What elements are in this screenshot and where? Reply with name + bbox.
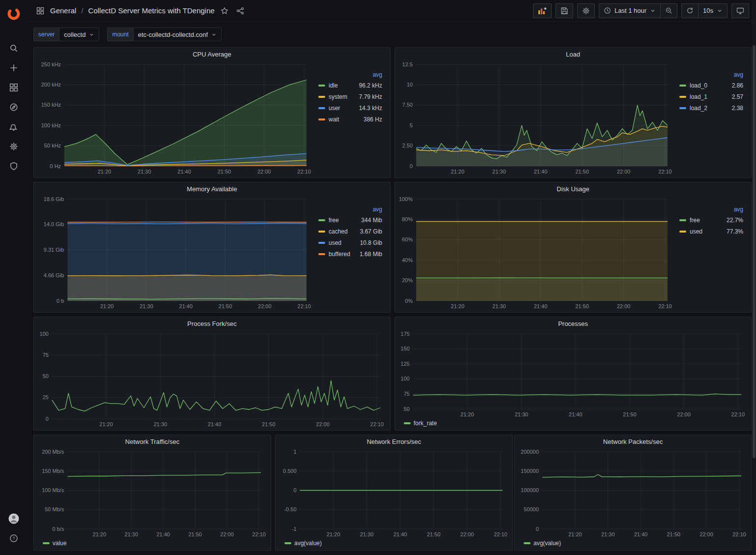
add-panel-button[interactable]: [533, 3, 552, 18]
top-navigation-bar: General / CollectD Server Metrics with T…: [28, 0, 756, 22]
legend-series-name[interactable]: used: [329, 239, 341, 246]
sidebar-item-search[interactable]: [4, 39, 24, 57]
chart-canvas[interactable]: 05000010000015000020000021:2021:3021:402…: [518, 448, 748, 538]
time-range-picker[interactable]: Last 1 hour: [599, 3, 660, 18]
legend-item: free22.7%: [679, 214, 743, 226]
sidebar-item-create[interactable]: [4, 59, 24, 77]
svg-text:14.0 Gib: 14.0 Gib: [44, 221, 64, 227]
svg-text:100 kHz: 100 kHz: [41, 122, 61, 128]
network-traffic-chart[interactable]: 0 b/s50 Mb/s100 Mb/s150 Mb/s200 Mb/s21:2…: [37, 448, 268, 538]
chart-canvas[interactable]: 0%20%40%60%80%100%21:2021:3021:4021:5022…: [398, 195, 674, 310]
processes-chart[interactable]: 507510012515017521:2021:3021:4021:5022:0…: [398, 330, 748, 418]
svg-text:21:50: 21:50: [262, 421, 276, 427]
sidebar-item-explore[interactable]: [4, 98, 24, 116]
chart-canvas[interactable]: 025507510021:2021:3021:4021:5022:0022:10: [37, 330, 387, 428]
chart-canvas[interactable]: 02.5057.501012.521:2021:3021:4021:5022:0…: [398, 60, 674, 175]
panel-title[interactable]: Processes: [395, 317, 751, 330]
cpu-average-chart[interactable]: 0 Hz50 kHz100 kHz150 kHz200 kHz250 kHz21…: [37, 60, 313, 175]
load-chart[interactable]: 02.5057.501012.521:2021:3021:4021:5022:0…: [398, 60, 674, 175]
panel-title[interactable]: Memory Available: [34, 182, 390, 195]
cycle-view-mode-button[interactable]: [731, 3, 749, 18]
scrollbar-thumb[interactable]: [753, 45, 756, 458]
legend-avg-header[interactable]: avg: [679, 71, 743, 78]
sidebar-item-help[interactable]: ?: [4, 529, 24, 547]
legend-avg-header[interactable]: avg: [318, 206, 382, 213]
panel-title[interactable]: Process Fork/sec: [34, 317, 390, 330]
series-color-icon: [43, 542, 50, 544]
panel-title[interactable]: Load: [395, 48, 751, 60]
legend-series-name[interactable]: buffered: [329, 251, 350, 258]
legend-series-avg-value: 7.79 kHz: [359, 93, 382, 100]
panel-title[interactable]: Network Packets/sec: [515, 435, 751, 448]
dashboard-settings-button[interactable]: [577, 3, 595, 18]
chart-canvas[interactable]: 0 b4.66 Gib9.31 Gib14.0 Gib18.6 Gib21:20…: [37, 195, 313, 310]
legend-series-name[interactable]: wait: [329, 116, 339, 123]
svg-text:21:50: 21:50: [188, 531, 202, 537]
svg-text:22:00: 22:00: [257, 169, 271, 175]
chart-canvas[interactable]: 0 Hz50 kHz100 kHz150 kHz200 kHz250 kHz21…: [37, 60, 313, 175]
save-dashboard-button[interactable]: [556, 3, 573, 18]
legend-series-name[interactable]: load_2: [690, 105, 707, 112]
scrollbar[interactable]: [752, 0, 756, 555]
legend-series-name[interactable]: fork_rate: [404, 420, 437, 427]
dashboards-grid-icon: [36, 7, 44, 15]
svg-text:21:40: 21:40: [156, 531, 170, 537]
refresh-dashboard-button[interactable]: [681, 3, 698, 18]
network-errors-chart[interactable]: -1-0.5000.500121:2021:3021:4021:5022:002…: [279, 448, 509, 538]
legend-item: free344 Mib: [318, 214, 382, 226]
chart-canvas[interactable]: 507510012515017521:2021:3021:4021:5022:0…: [398, 330, 748, 418]
panel-title[interactable]: CPU Average: [34, 48, 390, 60]
process-fork-chart[interactable]: 025507510021:2021:3021:4021:5022:0022:10: [37, 330, 387, 428]
breadcrumb-folder[interactable]: General: [50, 6, 76, 15]
svg-text:0.500: 0.500: [283, 468, 297, 474]
chart-canvas[interactable]: -1-0.5000.500121:2021:3021:4021:5022:002…: [279, 448, 509, 538]
chart-canvas[interactable]: 0 b/s50 Mb/s100 Mb/s150 Mb/s200 Mb/s21:2…: [37, 448, 268, 538]
svg-text:0 Hz: 0 Hz: [50, 163, 61, 169]
legend-series-name[interactable]: user: [329, 105, 340, 112]
sidebar-item-server-admin[interactable]: [4, 157, 24, 175]
star-dashboard-button[interactable]: [219, 5, 230, 17]
chevron-down-icon: [211, 32, 217, 37]
user-avatar[interactable]: [4, 510, 24, 527]
disk-usage-chart[interactable]: 0%20%40%60%80%100%21:2021:3021:4021:5022…: [398, 195, 674, 310]
legend-series-name[interactable]: load_0: [690, 82, 707, 89]
legend-series-name[interactable]: avg(value): [284, 540, 322, 547]
dashboard-folder-button[interactable]: [34, 5, 46, 17]
panel-title[interactable]: Disk Usage: [395, 182, 751, 195]
zoom-out-time-button[interactable]: [660, 3, 677, 18]
variable-server-dropdown[interactable]: collectd: [59, 28, 99, 41]
share-dashboard-button[interactable]: [234, 5, 246, 17]
legend: value: [37, 538, 268, 548]
legend-series-name[interactable]: load_1: [690, 93, 707, 100]
refresh-interval-label: 10s: [703, 7, 713, 14]
legend-series-name[interactable]: system: [329, 93, 347, 100]
time-range-label: Last 1 hour: [615, 7, 646, 14]
refresh-interval-picker[interactable]: 10s: [698, 3, 728, 18]
legend-series-name[interactable]: cached: [329, 228, 348, 235]
breadcrumb-dashboard-title[interactable]: CollectD Server Metrics with TDengine: [88, 6, 215, 15]
network-packets-chart[interactable]: 05000010000015000020000021:2021:3021:402…: [518, 448, 748, 538]
legend-series-name[interactable]: free: [329, 217, 339, 224]
add-panel-icon: [538, 7, 547, 15]
variable-mount-label: mount: [107, 28, 133, 41]
sidebar-item-alerting[interactable]: [4, 118, 24, 136]
svg-text:100 Mb/s: 100 Mb/s: [42, 487, 64, 493]
svg-text:22:00: 22:00: [617, 169, 631, 175]
panel-title[interactable]: Network Traffic/sec: [34, 435, 271, 448]
variable-mount-dropdown[interactable]: etc-collectd-collectd.conf: [133, 28, 222, 41]
legend-series-name[interactable]: value: [43, 540, 67, 547]
legend-series-name[interactable]: avg(value): [524, 540, 561, 547]
legend-series-name[interactable]: free: [690, 217, 700, 224]
svg-text:22:00: 22:00: [258, 303, 272, 309]
legend-series-name[interactable]: idle: [329, 82, 338, 89]
grafana-logo[interactable]: [4, 5, 24, 23]
svg-text:21:30: 21:30: [515, 411, 529, 417]
sidebar-item-dashboards[interactable]: [4, 79, 24, 96]
legend-avg-header[interactable]: avg: [679, 206, 743, 213]
legend-avg-header[interactable]: avg: [318, 71, 382, 78]
svg-text:21:50: 21:50: [219, 303, 232, 309]
sidebar-item-configuration[interactable]: [4, 138, 24, 155]
legend-series-name[interactable]: used: [690, 228, 702, 235]
memory-available-chart[interactable]: 0 b4.66 Gib9.31 Gib14.0 Gib18.6 Gib21:20…: [37, 195, 313, 310]
panel-title[interactable]: Network Errors/sec: [276, 435, 512, 448]
